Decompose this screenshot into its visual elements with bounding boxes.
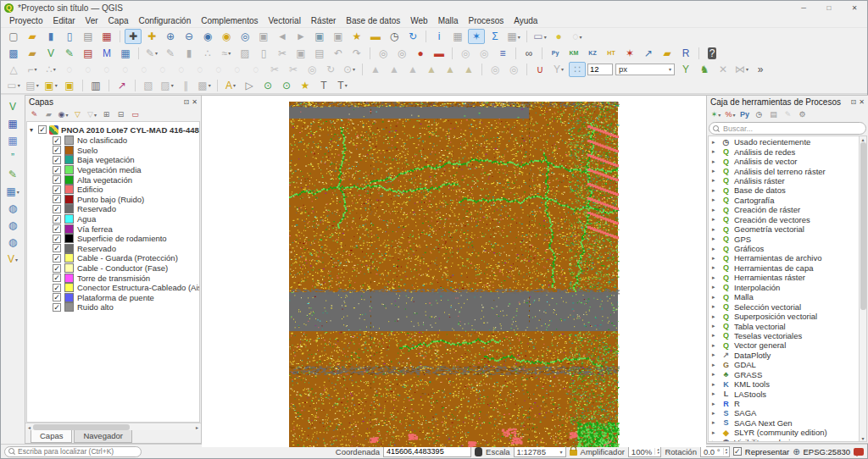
layer-class-edificio[interactable]: ✓Edificio <box>27 185 199 195</box>
split-raster-button[interactable]: ∥ <box>177 78 194 93</box>
rotate-feature-button[interactable]: ◌ <box>98 62 115 77</box>
snapping-tolerance-input[interactable] <box>587 64 613 75</box>
html-export-button[interactable]: HT <box>603 46 620 61</box>
expand-arrow-icon[interactable]: ▸ <box>712 216 718 223</box>
layer-class-reservado[interactable]: ✓Reservado <box>27 204 199 214</box>
floater-settings-button[interactable]: ∴▾ <box>42 62 59 77</box>
layer-class-checkbox[interactable]: ✓ <box>53 156 61 164</box>
zoom-next-button[interactable]: ► <box>292 29 309 44</box>
layer-class-checkbox[interactable]: ✓ <box>53 303 61 312</box>
add-vector-layer-button[interactable]: V <box>4 99 21 114</box>
new-vector-layer-button[interactable]: V <box>42 46 59 61</box>
digitize-with-segment-button[interactable]: ∴ <box>199 46 216 61</box>
maximize-button-icon[interactable]: □ <box>816 1 842 14</box>
gps-tools-button[interactable]: ✶ <box>621 46 638 61</box>
pin-labels-button[interactable]: ⊙ <box>259 78 276 93</box>
processing-item-analisis-de-vector[interactable]: ▸QAnálisis de vector <box>709 157 859 166</box>
move-feature-button[interactable]: ◌ <box>61 62 78 77</box>
new-virtual-layer-button[interactable]: ▦ <box>117 46 134 61</box>
layer-group-row[interactable]: ▾ ✓ PNOA 2010 Lote7 CYL-MAD 416-4484 OR <box>27 124 199 135</box>
pair-tool-3-button[interactable]: ◎ <box>487 62 504 77</box>
expand-arrow-icon[interactable]: ▸ <box>712 323 718 329</box>
layer-class-checkbox[interactable]: ✓ <box>53 224 61 233</box>
layer-class-punto-bajo-ruido[interactable]: ✓Punto bajo (Ruido) <box>27 195 199 205</box>
menu-item-editar[interactable]: Editar <box>47 16 80 25</box>
processing-item-malla[interactable]: ▸QMalla <box>709 292 859 301</box>
layer-class-vegetacion-media[interactable]: ✓Vegetación media <box>27 165 199 175</box>
mouse-position-icon[interactable] <box>475 447 482 456</box>
panel-float-icon[interactable]: ⊡ <box>184 98 190 106</box>
processing-item-usado-recientemente[interactable]: ▸◷Usado recientemente <box>709 137 859 147</box>
expand-arrow-icon[interactable]: ▸ <box>712 196 718 203</box>
lock-scale-icon[interactable] <box>570 450 577 456</box>
processing-item-superposicion-vectorial[interactable]: ▸QSuperposición vectorial <box>709 312 859 321</box>
menu-item-complementos[interactable]: Complementos <box>196 16 263 25</box>
menu-item-ayuda[interactable]: Ayuda <box>509 16 542 25</box>
expand-arrow-icon[interactable]: ▸ <box>712 235 718 242</box>
new-mesh-layer-button[interactable]: M <box>98 46 115 61</box>
split-parts-button[interactable]: ✂ <box>285 62 302 77</box>
menu-item-web[interactable]: Web <box>405 16 432 25</box>
expand-arrow-icon[interactable]: ▸ <box>712 381 718 388</box>
expand-arrow-icon[interactable]: ▸ <box>712 439 718 441</box>
layer-class-via-ferrea[interactable]: ✓Vía ferrea <box>27 224 199 234</box>
redo-button[interactable]: ↷ <box>348 46 365 61</box>
processing-item-graficos[interactable]: ▸QGráficos <box>709 244 859 253</box>
processing-item-creacion-de-raster[interactable]: ▸QCreación de ráster <box>709 205 859 214</box>
clear-tool-button[interactable]: ✕ <box>715 62 732 77</box>
layer-class-suelo[interactable]: ✓Suelo <box>27 146 199 156</box>
plugin-animal-button[interactable]: ♞ <box>696 62 713 77</box>
layer-class-torre-de-transmision[interactable]: ✓Torre de transmisión <box>27 273 199 283</box>
models-button[interactable]: ✶▾ <box>709 109 722 121</box>
reshape-features-button[interactable]: ◌ <box>248 62 264 77</box>
zoom-out-button[interactable]: ⊖ <box>181 29 198 44</box>
processing-item-analisis-del-terreno-raster[interactable]: ▸QAnálisis del terreno ráster <box>709 166 859 175</box>
r-processing-button[interactable]: R <box>677 46 694 61</box>
layer-class-agua[interactable]: ✓Agua <box>27 214 199 224</box>
panel-close-icon[interactable]: ✕ <box>859 98 865 106</box>
expand-arrow-icon[interactable]: ▸ <box>712 148 718 155</box>
osm-upload-button[interactable]: ◎ <box>393 46 410 61</box>
layer-labeling-button[interactable]: A▾ <box>222 78 239 93</box>
select-features-button[interactable]: ▭▾ <box>5 78 22 93</box>
processing-item-visibility-analysis[interactable]: ▸◉Visibility analysis <box>709 438 859 441</box>
help-button[interactable]: ? <box>704 46 721 61</box>
processing-item-r[interactable]: ▸RR <box>709 399 859 408</box>
expand-all-button[interactable]: ⊞ <box>100 109 113 121</box>
layout-manager-button[interactable]: ▤ <box>80 29 97 44</box>
scroll-left-icon[interactable]: ◂ <box>25 424 33 430</box>
measure-button[interactable]: ▭▾ <box>531 29 548 44</box>
layer-class-checkbox[interactable]: ✓ <box>53 215 61 224</box>
add-geopackage-layer-button[interactable]: ▰ <box>24 46 41 61</box>
processing-item-vector-general[interactable]: ▸QVector general <box>709 340 859 350</box>
menu-item-proyecto[interactable]: Proyecto <box>4 16 47 25</box>
edit-features-in-place-button[interactable]: ✎ <box>782 109 794 121</box>
zoom-in-button[interactable]: ⊕ <box>162 29 179 44</box>
copy-features-button[interactable]: ▣ <box>292 46 309 61</box>
enable-tracing-button[interactable]: Y <box>677 62 694 77</box>
snapping-unit-combo[interactable]: px▾ <box>615 64 675 75</box>
add-wms-layer-button[interactable]: ◍ <box>4 201 21 216</box>
spin-down-icon[interactable]: ▾ <box>657 451 659 455</box>
pan-to-selection-button[interactable]: ✚ <box>143 29 160 44</box>
search-plugin-button[interactable]: ∞ <box>520 46 537 61</box>
layer-class-ruido-alto[interactable]: ✓Ruido alto <box>27 302 199 312</box>
new-spatialite-layer-button[interactable]: ▤ <box>80 46 97 61</box>
tab-navegador[interactable]: Navegador <box>74 430 131 443</box>
python-scripts-button[interactable]: Py <box>738 109 751 121</box>
layer-class-checkbox[interactable]: ✓ <box>53 274 61 282</box>
add-raster-layer-button[interactable]: ▦ <box>4 116 21 131</box>
save-layer-edits-button[interactable]: ▮ <box>181 46 198 61</box>
add-mesh-layer-button[interactable]: ▦ <box>4 133 21 148</box>
zoom-full-button[interactable]: ◉ <box>199 29 216 44</box>
identify-features-button[interactable]: i <box>431 29 448 44</box>
processing-item-analisis-raster[interactable]: ▸QAnálisis ráster <box>709 176 859 185</box>
snapping-toggle-button[interactable]: ∪ <box>531 62 548 77</box>
menu-item-capa[interactable]: Capa <box>103 16 134 25</box>
processing-search-box[interactable]: Buscar... <box>709 122 866 135</box>
collapse-all-button[interactable]: ⊟ <box>114 109 127 121</box>
osm-download-button[interactable]: ◎ <box>375 46 392 61</box>
processing-item-interpolacion[interactable]: ▸QInterpolación <box>709 283 859 292</box>
menu-item-ver[interactable]: Ver <box>81 16 103 25</box>
kml-export-button[interactable]: KM <box>565 46 582 61</box>
